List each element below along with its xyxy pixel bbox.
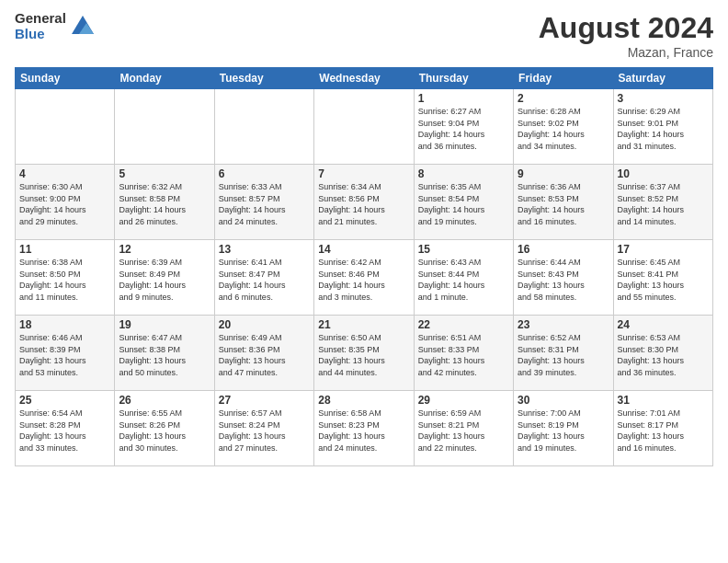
- title-block: August 2024 Mazan, France: [539, 11, 713, 60]
- day-number: 22: [418, 318, 509, 331]
- table-cell: 27Sunrise: 6:57 AM Sunset: 8:24 PM Dayli…: [214, 391, 313, 466]
- table-cell: 26Sunrise: 6:55 AM Sunset: 8:26 PM Dayli…: [115, 391, 214, 466]
- day-info: Sunrise: 6:39 AM Sunset: 8:49 PM Dayligh…: [119, 257, 210, 303]
- table-cell: 14Sunrise: 6:42 AM Sunset: 8:46 PM Dayli…: [314, 240, 414, 316]
- day-number: 3: [618, 92, 709, 105]
- day-info: Sunrise: 6:32 AM Sunset: 8:58 PM Dayligh…: [119, 181, 210, 227]
- week-row-0: 1Sunrise: 6:27 AM Sunset: 9:04 PM Daylig…: [16, 89, 713, 165]
- header-friday: Friday: [514, 68, 613, 89]
- day-info: Sunrise: 6:27 AM Sunset: 9:04 PM Dayligh…: [418, 106, 509, 152]
- day-info: Sunrise: 6:43 AM Sunset: 8:44 PM Dayligh…: [418, 257, 509, 303]
- day-number: 14: [318, 243, 409, 256]
- day-number: 1: [418, 92, 509, 105]
- table-cell: 1Sunrise: 6:27 AM Sunset: 9:04 PM Daylig…: [414, 89, 513, 165]
- day-number: 10: [618, 167, 709, 180]
- table-cell: 22Sunrise: 6:51 AM Sunset: 8:33 PM Dayli…: [414, 316, 513, 391]
- header-saturday: Saturday: [613, 68, 712, 89]
- logo-general: General: [15, 11, 66, 27]
- day-number: 2: [518, 92, 609, 105]
- table-cell: 11Sunrise: 6:38 AM Sunset: 8:50 PM Dayli…: [16, 240, 115, 316]
- day-info: Sunrise: 6:51 AM Sunset: 8:33 PM Dayligh…: [418, 332, 509, 378]
- location: Mazan, France: [539, 45, 713, 60]
- day-number: 18: [19, 318, 110, 331]
- day-number: 15: [418, 243, 509, 256]
- day-info: Sunrise: 6:29 AM Sunset: 9:01 PM Dayligh…: [618, 106, 709, 152]
- table-cell: 4Sunrise: 6:30 AM Sunset: 9:00 PM Daylig…: [16, 165, 115, 240]
- week-row-1: 4Sunrise: 6:30 AM Sunset: 9:00 PM Daylig…: [16, 165, 713, 240]
- table-cell: 6Sunrise: 6:33 AM Sunset: 8:57 PM Daylig…: [214, 165, 313, 240]
- logo-icon: [70, 14, 96, 40]
- table-cell: 30Sunrise: 7:00 AM Sunset: 8:19 PM Dayli…: [514, 391, 613, 466]
- table-cell: 19Sunrise: 6:47 AM Sunset: 8:38 PM Dayli…: [115, 316, 214, 391]
- table-cell: 3Sunrise: 6:29 AM Sunset: 9:01 PM Daylig…: [613, 89, 712, 165]
- table-cell: [314, 89, 414, 165]
- day-number: 17: [618, 243, 709, 256]
- table-cell: 10Sunrise: 6:37 AM Sunset: 8:52 PM Dayli…: [613, 165, 712, 240]
- day-info: Sunrise: 6:41 AM Sunset: 8:47 PM Dayligh…: [219, 257, 310, 303]
- day-info: Sunrise: 6:55 AM Sunset: 8:26 PM Dayligh…: [119, 408, 210, 454]
- day-number: 5: [119, 167, 210, 180]
- day-info: Sunrise: 6:33 AM Sunset: 8:57 PM Dayligh…: [219, 181, 310, 227]
- table-cell: 18Sunrise: 6:46 AM Sunset: 8:39 PM Dayli…: [16, 316, 115, 391]
- day-info: Sunrise: 6:49 AM Sunset: 8:36 PM Dayligh…: [219, 332, 310, 378]
- day-info: Sunrise: 6:28 AM Sunset: 9:02 PM Dayligh…: [518, 106, 609, 152]
- day-info: Sunrise: 6:34 AM Sunset: 8:56 PM Dayligh…: [318, 181, 409, 227]
- table-cell: 9Sunrise: 6:36 AM Sunset: 8:53 PM Daylig…: [514, 165, 613, 240]
- header-thursday: Thursday: [414, 68, 513, 89]
- table-cell: 24Sunrise: 6:53 AM Sunset: 8:30 PM Dayli…: [613, 316, 712, 391]
- day-info: Sunrise: 6:44 AM Sunset: 8:43 PM Dayligh…: [518, 257, 609, 303]
- logo: General Blue: [15, 11, 96, 41]
- day-number: 25: [19, 394, 110, 407]
- header: General Blue August 2024 Mazan, France: [15, 11, 713, 60]
- day-number: 4: [19, 167, 110, 180]
- day-info: Sunrise: 6:47 AM Sunset: 8:38 PM Dayligh…: [119, 332, 210, 378]
- day-number: 29: [418, 394, 509, 407]
- day-number: 24: [618, 318, 709, 331]
- day-number: 21: [318, 318, 409, 331]
- day-info: Sunrise: 6:52 AM Sunset: 8:31 PM Dayligh…: [518, 332, 609, 378]
- day-info: Sunrise: 6:53 AM Sunset: 8:30 PM Dayligh…: [618, 332, 709, 378]
- day-number: 28: [318, 394, 409, 407]
- day-number: 23: [518, 318, 609, 331]
- day-info: Sunrise: 6:58 AM Sunset: 8:23 PM Dayligh…: [318, 408, 409, 454]
- day-info: Sunrise: 6:36 AM Sunset: 8:53 PM Dayligh…: [518, 181, 609, 227]
- table-cell: 8Sunrise: 6:35 AM Sunset: 8:54 PM Daylig…: [414, 165, 513, 240]
- day-number: 9: [518, 167, 609, 180]
- table-cell: 21Sunrise: 6:50 AM Sunset: 8:35 PM Dayli…: [314, 316, 414, 391]
- day-number: 12: [119, 243, 210, 256]
- day-info: Sunrise: 6:50 AM Sunset: 8:35 PM Dayligh…: [318, 332, 409, 378]
- header-wednesday: Wednesday: [314, 68, 414, 89]
- calendar-table: Sunday Monday Tuesday Wednesday Thursday…: [15, 67, 713, 466]
- table-cell: 20Sunrise: 6:49 AM Sunset: 8:36 PM Dayli…: [214, 316, 313, 391]
- table-cell: 23Sunrise: 6:52 AM Sunset: 8:31 PM Dayli…: [514, 316, 613, 391]
- day-number: 8: [418, 167, 509, 180]
- table-cell: 31Sunrise: 7:01 AM Sunset: 8:17 PM Dayli…: [613, 391, 712, 466]
- day-number: 6: [219, 167, 310, 180]
- day-info: Sunrise: 6:42 AM Sunset: 8:46 PM Dayligh…: [318, 257, 409, 303]
- day-number: 27: [219, 394, 310, 407]
- table-cell: 29Sunrise: 6:59 AM Sunset: 8:21 PM Dayli…: [414, 391, 513, 466]
- table-cell: 16Sunrise: 6:44 AM Sunset: 8:43 PM Dayli…: [514, 240, 613, 316]
- table-cell: 2Sunrise: 6:28 AM Sunset: 9:02 PM Daylig…: [514, 89, 613, 165]
- day-number: 26: [119, 394, 210, 407]
- day-number: 19: [119, 318, 210, 331]
- table-cell: 13Sunrise: 6:41 AM Sunset: 8:47 PM Dayli…: [214, 240, 313, 316]
- day-info: Sunrise: 7:01 AM Sunset: 8:17 PM Dayligh…: [618, 408, 709, 454]
- weekday-header-row: Sunday Monday Tuesday Wednesday Thursday…: [16, 68, 713, 89]
- day-number: 11: [19, 243, 110, 256]
- day-number: 16: [518, 243, 609, 256]
- month-title: August 2024: [539, 11, 713, 45]
- table-cell: 7Sunrise: 6:34 AM Sunset: 8:56 PM Daylig…: [314, 165, 414, 240]
- logo-blue: Blue: [15, 27, 66, 42]
- table-cell: 15Sunrise: 6:43 AM Sunset: 8:44 PM Dayli…: [414, 240, 513, 316]
- day-info: Sunrise: 6:37 AM Sunset: 8:52 PM Dayligh…: [618, 181, 709, 227]
- day-number: 7: [318, 167, 409, 180]
- table-cell: [16, 89, 115, 165]
- week-row-3: 18Sunrise: 6:46 AM Sunset: 8:39 PM Dayli…: [16, 316, 713, 391]
- header-monday: Monday: [115, 68, 214, 89]
- day-info: Sunrise: 7:00 AM Sunset: 8:19 PM Dayligh…: [518, 408, 609, 454]
- day-info: Sunrise: 6:54 AM Sunset: 8:28 PM Dayligh…: [19, 408, 110, 454]
- table-cell: [115, 89, 214, 165]
- page: General Blue August 2024 Mazan, France S…: [0, 0, 728, 563]
- table-cell: 28Sunrise: 6:58 AM Sunset: 8:23 PM Dayli…: [314, 391, 414, 466]
